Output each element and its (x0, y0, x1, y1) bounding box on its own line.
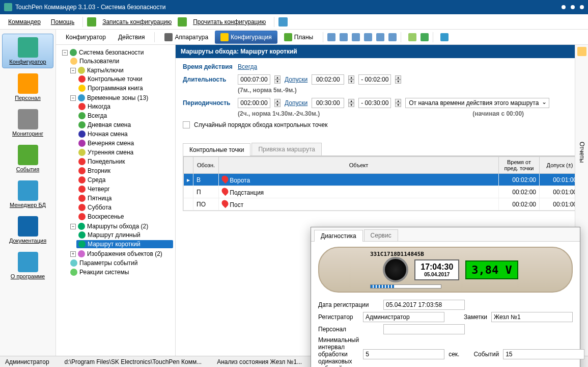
tool-4-icon[interactable] (364, 33, 372, 41)
node-tz-1[interactable]: Всегда (76, 112, 173, 120)
device-tab-diag[interactable]: Диагностика (314, 230, 363, 242)
menu-help[interactable]: Помощь (47, 16, 78, 28)
sidebar-item-1[interactable]: Персонал (2, 70, 53, 104)
events-input[interactable] (503, 349, 584, 359)
table-row[interactable]: ПО Пост00:02:0000:01:00 (184, 198, 580, 211)
sidebar-item-5[interactable]: Документация (2, 213, 53, 247)
sidebar-item-4[interactable]: Менеджер БД (2, 177, 53, 211)
node-tz-11[interactable]: Суббота (76, 203, 173, 212)
node-tz-4[interactable]: Вечерняя смена (76, 139, 173, 147)
min-interval-input[interactable] (363, 349, 444, 359)
random-checkbox[interactable] (183, 121, 190, 128)
tool-5-icon[interactable] (376, 33, 384, 41)
node-route-long[interactable]: Маршрут длинный (76, 231, 173, 239)
tool-1-icon[interactable] (327, 33, 335, 41)
time-label: Время действия (183, 63, 234, 70)
node-tz-12[interactable]: Воскресенье (76, 213, 173, 221)
node-tz-0[interactable]: Никогда (76, 102, 173, 111)
node-routes[interactable]: −Маршруты обхода (2) (68, 222, 173, 230)
collapse-icon[interactable]: − (70, 224, 76, 229)
title-bar: TouchPen Коммандер 3.1.03 - Система безо… (0, 0, 588, 14)
tab-actions[interactable]: Действия (113, 31, 151, 43)
window-controls[interactable] (562, 5, 584, 9)
duration-input[interactable] (238, 74, 270, 85)
sidebar-item-0[interactable]: Конфигуратор (2, 34, 53, 68)
per-tol2[interactable] (358, 98, 391, 108)
status-path: d:\Program Files\SK Electronics\TouchPen… (65, 358, 202, 365)
collapse-icon[interactable]: − (70, 95, 76, 101)
registrator-input[interactable] (363, 312, 444, 322)
menu-commander[interactable]: Коммандер (4, 16, 45, 28)
params-icon (70, 259, 77, 267)
tab-configurator[interactable]: Конфигуратор (60, 31, 111, 43)
reg-date-input[interactable] (383, 300, 465, 310)
tool-3-icon[interactable] (352, 33, 360, 41)
points-grid: Обозн. Объект Время от пред. точки Допус… (183, 156, 581, 211)
period-label: Периодичность (183, 99, 234, 107)
per-tol1[interactable] (312, 98, 344, 108)
node-objects[interactable]: +Изображения объектов (2) (68, 250, 173, 258)
subtab-points[interactable]: Контрольные точки (183, 143, 250, 156)
dur-tol2[interactable] (358, 74, 391, 85)
device-tab-service[interactable]: Сервис (364, 229, 398, 241)
node-route-short[interactable]: Маршрут короткий (76, 240, 173, 248)
node-tz-9[interactable]: Четверг (76, 185, 173, 193)
node-ctrl-points[interactable]: Контрольные точки (76, 75, 173, 83)
tool-8-icon[interactable] (421, 33, 429, 41)
collapse-icon[interactable]: − (70, 68, 76, 73)
tool-6-icon[interactable] (388, 33, 397, 41)
node-tz-7[interactable]: Вторник (76, 167, 173, 175)
min-interval-label: Минимальный интервал обработки одинаковы… (318, 336, 359, 367)
tab-plans[interactable]: Планы (278, 31, 319, 44)
time-value-link[interactable]: Всегда (238, 63, 257, 70)
refresh-icon[interactable] (440, 33, 449, 41)
tolerance-link[interactable]: Допуски (285, 76, 307, 83)
expand-icon[interactable]: + (70, 251, 76, 257)
node-book[interactable]: Программная книга (76, 84, 173, 92)
clock-icon (78, 204, 86, 211)
start-hint: (начиная с 00:00) (472, 110, 524, 117)
node-tz-10[interactable]: Пятница (76, 194, 173, 202)
period-select[interactable]: От начала времени действия этого маршрут… (405, 98, 549, 108)
clock-icon (78, 176, 86, 184)
clock-icon (78, 103, 86, 110)
app-icon (4, 3, 12, 11)
status-user: Администратор (5, 358, 49, 365)
subtab-binding[interactable]: Привязка маршрута (251, 143, 322, 155)
table-row[interactable]: П Подстанция00:02:0000:01:00 (184, 186, 580, 198)
dur-tol1[interactable] (312, 74, 344, 85)
tool-2-icon[interactable] (340, 33, 348, 41)
sidebar-item-3[interactable]: События (2, 142, 53, 175)
tab-configuration[interactable]: Конфигурация (215, 31, 277, 44)
tool-7-icon[interactable] (408, 33, 416, 41)
node-reactions[interactable]: Реакции системы (68, 268, 173, 276)
notes-input[interactable] (491, 312, 573, 322)
menu-write[interactable]: Записать конфигурацию (98, 16, 176, 28)
personnel-input[interactable] (383, 324, 465, 334)
tab-hardware[interactable]: Аппаратура (159, 31, 214, 44)
clock-icon (78, 195, 86, 202)
node-tz-3[interactable]: Ночная смена (76, 130, 173, 138)
pin-icon (220, 187, 230, 196)
clock-icon (78, 121, 86, 128)
node-users[interactable]: Пользователи (68, 57, 173, 65)
reports-label[interactable]: Отчеты (578, 142, 585, 163)
menu-read[interactable]: Прочитать конфигурацию (189, 16, 270, 28)
node-tz-2[interactable]: Дневная смена (76, 121, 173, 129)
node-tz-5[interactable]: Утренняя смена (76, 148, 173, 156)
node-timezones[interactable]: −Временные зоны (13) (68, 94, 173, 102)
notes-icon[interactable] (577, 47, 586, 56)
node-root[interactable]: −Система безопасности (60, 48, 173, 57)
node-cards[interactable]: −Карты/ключи (68, 66, 173, 74)
period-input[interactable] (238, 98, 270, 108)
node-params[interactable]: Параметры событий (68, 259, 173, 267)
collapse-icon[interactable]: − (62, 50, 68, 56)
node-tz-6[interactable]: Понедельник (76, 158, 173, 166)
duration-spinner[interactable]: ▲▼ (274, 75, 281, 84)
sidebar-item-2[interactable]: Мониторинг (2, 106, 53, 140)
users-icon[interactable] (278, 17, 288, 27)
node-tz-8[interactable]: Среда (76, 176, 173, 184)
table-row[interactable]: ▸В Ворота00:02:0000:01:00 (184, 174, 580, 186)
sidebar-item-6[interactable]: О программе (2, 249, 53, 282)
tolerance-link-2[interactable]: Допуски (285, 99, 307, 107)
